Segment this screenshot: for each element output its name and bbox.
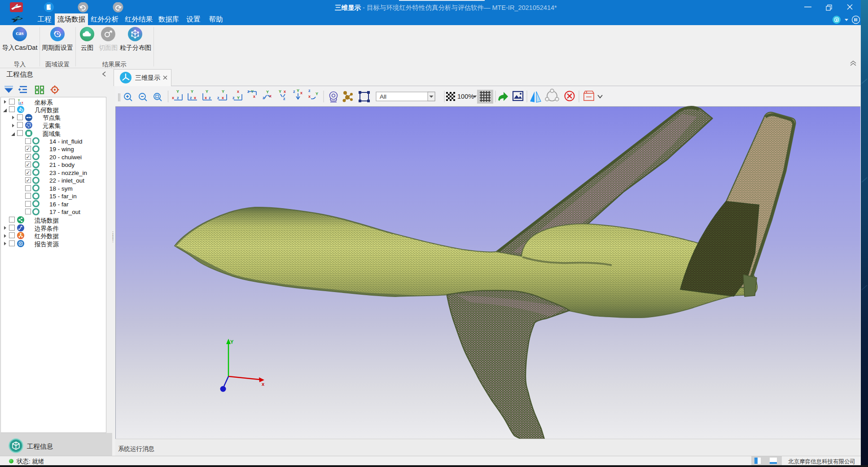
- svg-text:Y: Y: [176, 89, 179, 94]
- svg-text:Y: Y: [206, 89, 208, 94]
- svg-text:Y: Y: [237, 96, 240, 100]
- svg-text:x: x: [284, 89, 286, 94]
- svg-text:z: z: [20, 101, 22, 105]
- svg-text:x: x: [205, 96, 207, 100]
- svg-text:z: z: [232, 96, 235, 100]
- svg-text:x: x: [269, 94, 272, 98]
- svg-text:z: z: [308, 88, 311, 93]
- svg-text:x: x: [222, 96, 224, 100]
- svg-text:x: x: [194, 96, 196, 100]
- svg-text:Y: Y: [316, 92, 318, 96]
- svg-text:z: z: [263, 96, 265, 100]
- svg-text:Y: Y: [191, 89, 193, 94]
- svg-text:x: x: [253, 94, 255, 99]
- svg-text:x: x: [172, 96, 174, 100]
- svg-text:Y: Y: [230, 339, 234, 345]
- svg-text:x: x: [262, 381, 265, 387]
- svg-text:z: z: [293, 89, 295, 94]
- svg-text:Y: Y: [297, 88, 299, 93]
- svg-text:z: z: [283, 96, 285, 101]
- svg-text:x: x: [308, 94, 311, 99]
- svg-text:Y: Y: [266, 90, 269, 94]
- svg-text:All: All: [380, 93, 386, 100]
- svg-text:x: x: [22, 101, 23, 104]
- svg-text:x: x: [237, 89, 239, 94]
- svg-text:z: z: [190, 96, 192, 100]
- svg-text:z: z: [177, 96, 179, 100]
- svg-text:100%: 100%: [457, 93, 474, 100]
- svg-text:z: z: [217, 96, 219, 100]
- svg-text:z: z: [209, 96, 211, 100]
- svg-text:x: x: [300, 91, 302, 95]
- svg-text:Y: Y: [279, 89, 281, 94]
- svg-text:Y: Y: [222, 89, 224, 94]
